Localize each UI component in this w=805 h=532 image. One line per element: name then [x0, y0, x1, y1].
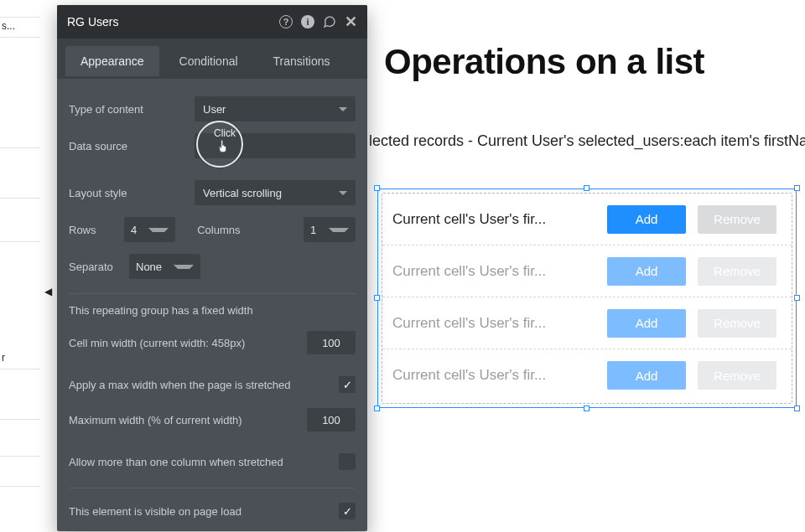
tabbar: Appearance Conditional Transitions — [57, 39, 367, 79]
select-layout-style[interactable]: Vertical scrolling — [195, 180, 356, 205]
rail-item[interactable]: s... — [2, 20, 15, 32]
select-type-of-content-value: User — [203, 103, 226, 116]
chevron-down-icon — [148, 228, 169, 232]
remove-button[interactable]: Remove — [698, 205, 776, 234]
close-icon[interactable]: ✕ — [345, 13, 357, 31]
remove-button[interactable]: Remove — [698, 257, 776, 286]
select-rows[interactable]: 4 — [124, 217, 175, 242]
inspector-title: RG Users — [67, 15, 118, 28]
add-button[interactable]: Add — [607, 361, 686, 390]
input-max-width-value[interactable] — [307, 414, 356, 426]
cell-text: Current cell's User's fir... — [392, 367, 595, 384]
add-button[interactable]: Add — [607, 257, 686, 286]
checkbox-apply-max-width[interactable] — [339, 376, 356, 393]
input-cell-min-width-value[interactable] — [307, 337, 356, 349]
select-separator[interactable]: None — [129, 254, 200, 279]
chevron-down-icon — [329, 228, 349, 232]
checkbox-allow-more-columns[interactable] — [339, 453, 356, 470]
select-type-of-content[interactable]: User — [195, 96, 356, 121]
inspector-header[interactable]: RG Users ? i ✕ — [57, 5, 367, 39]
label-apply-max-width: Apply a max width when the page is stret… — [69, 379, 339, 391]
table-row[interactable]: Current cell's User's fir...AddRemove — [382, 297, 792, 349]
select-separator-value: None — [136, 261, 174, 273]
label-visible-on-load: This element is visible on page load — [69, 505, 339, 518]
label-separator: Separato — [69, 261, 121, 273]
comment-icon[interactable] — [323, 15, 336, 28]
label-type-of-content: Type of content — [69, 103, 186, 116]
repeating-group[interactable]: Current cell's User's fir...AddRemoveCur… — [377, 189, 797, 408]
help-icon[interactable]: ? — [279, 15, 293, 28]
label-fixed-width: This repeating group has a fixed width — [69, 299, 356, 325]
label-max-width: Maximum width (% of current width) — [69, 414, 307, 426]
select-layout-style-value: Vertical scrolling — [203, 187, 282, 199]
label-allow-more-columns: Allow more than one column when stretche… — [69, 456, 339, 468]
collapse-arrow-icon[interactable]: ◀ — [44, 286, 52, 297]
input-max-width[interactable] — [307, 408, 356, 431]
cell-text: Current cell's User's fir... — [392, 315, 595, 332]
rail-item[interactable]: r — [2, 352, 5, 364]
table-row[interactable]: Current cell's User's fir...AddRemove — [382, 194, 792, 245]
chevron-down-icon — [339, 191, 347, 195]
page-title: Operations on a list — [384, 42, 805, 82]
label-columns: Columns — [197, 224, 240, 236]
checkbox-visible-on-load[interactable] — [339, 503, 356, 519]
cell-text: Current cell's User's fir... — [392, 211, 595, 228]
table-row[interactable]: Current cell's User's fir...AddRemove — [382, 245, 792, 297]
cell-text: Current cell's User's fir... — [392, 263, 595, 280]
select-columns[interactable]: 1 — [304, 217, 356, 242]
add-button[interactable]: Add — [607, 205, 686, 234]
inspector-panel: RG Users ? i ✕ Appearance Conditional Tr… — [57, 5, 367, 531]
remove-button[interactable]: Remove — [698, 361, 776, 390]
label-rows: Rows — [69, 224, 116, 236]
tab-appearance[interactable]: Appearance — [65, 46, 159, 76]
select-columns-value: 1 — [310, 224, 328, 236]
select-rows-value: 4 — [131, 224, 148, 236]
add-button[interactable]: Add — [607, 309, 686, 338]
chevron-down-icon — [339, 107, 347, 111]
page-subtitle: lected records - Current User's selected… — [369, 132, 805, 150]
table-row[interactable]: Current cell's User's fir...AddRemove — [382, 349, 792, 401]
chevron-down-icon — [174, 265, 194, 269]
tab-conditional[interactable]: Conditional — [164, 46, 253, 76]
remove-button[interactable]: Remove — [698, 309, 776, 338]
label-cell-min-width: Cell min width (current width: 458px) — [69, 337, 307, 349]
tab-transitions[interactable]: Transitions — [258, 46, 345, 76]
info-icon[interactable]: i — [301, 15, 314, 28]
label-data-source: Data source — [69, 140, 186, 152]
input-data-source[interactable] — [195, 133, 356, 158]
left-rail: s... r — [0, 0, 57, 532]
label-layout-style: Layout style — [69, 187, 186, 199]
input-cell-min-width[interactable] — [307, 331, 356, 354]
